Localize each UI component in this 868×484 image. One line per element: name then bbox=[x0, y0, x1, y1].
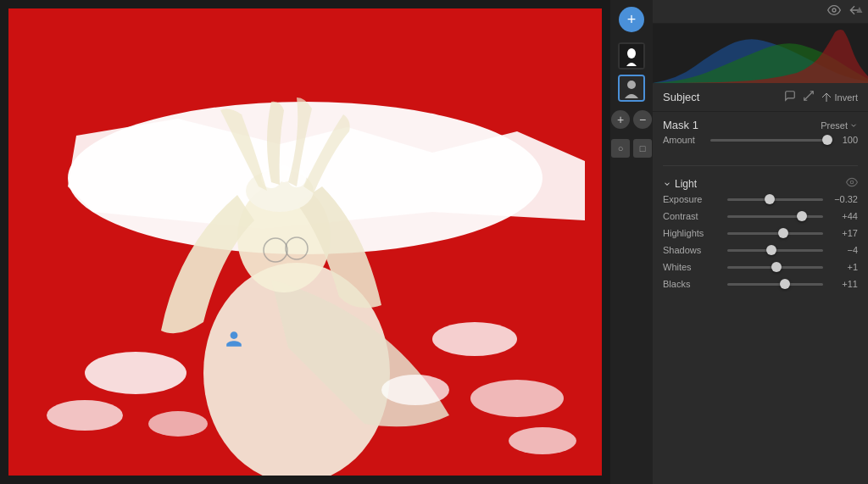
subject-bar: Subject Invert bbox=[653, 83, 868, 112]
mask-header: Mask 1 Preset bbox=[653, 112, 868, 135]
contrast-slider[interactable] bbox=[727, 215, 823, 218]
svg-point-11 bbox=[381, 375, 449, 405]
svg-point-24 bbox=[850, 181, 854, 184]
highlights-label: Highlights bbox=[663, 228, 722, 238]
svg-point-13 bbox=[47, 400, 123, 431]
shadows-label: Shadows bbox=[663, 245, 722, 255]
blacks-value: +11 bbox=[828, 279, 858, 289]
panel-content: Mask 1 Preset Amount 100 bbox=[653, 112, 868, 484]
amount-value: 100 bbox=[832, 135, 858, 145]
eye-icon[interactable] bbox=[827, 3, 841, 19]
histogram bbox=[653, 24, 868, 83]
contrast-value: +44 bbox=[828, 211, 858, 221]
amount-slider[interactable] bbox=[710, 139, 827, 142]
contrast-row: Contrast +44 bbox=[663, 211, 858, 221]
preset-button[interactable]: Preset bbox=[821, 120, 858, 131]
person-marker bbox=[225, 330, 243, 353]
mask-add-subtract: + − bbox=[611, 110, 652, 129]
amount-label: Amount bbox=[663, 135, 705, 145]
light-section-header[interactable]: Light bbox=[653, 170, 868, 194]
exposure-label: Exposure bbox=[663, 194, 722, 204]
view-rect-btn[interactable]: □ bbox=[633, 139, 652, 158]
main-image bbox=[8, 8, 602, 476]
divider-1 bbox=[663, 165, 858, 166]
whites-value: +1 bbox=[828, 262, 858, 272]
mask-thumb-2[interactable] bbox=[618, 75, 645, 102]
scroll-icon: ▲ bbox=[854, 3, 865, 15]
left-strip: + + − ○ □ bbox=[610, 0, 653, 484]
svg-point-22 bbox=[832, 8, 836, 12]
exposure-row: Exposure −0.32 bbox=[663, 194, 858, 204]
svg-point-21 bbox=[627, 81, 636, 89]
mask-add-btn[interactable]: + bbox=[611, 110, 630, 129]
mask-title: Mask 1 bbox=[663, 119, 698, 131]
whites-slider[interactable] bbox=[727, 266, 823, 269]
right-panel: ▲ Subject bbox=[653, 0, 868, 484]
svg-point-19 bbox=[627, 48, 636, 58]
shadows-row: Shadows −4 bbox=[663, 245, 858, 255]
whites-label: Whites bbox=[663, 262, 722, 272]
toolbar: ▲ bbox=[653, 0, 868, 24]
mask-thumb-1[interactable] bbox=[618, 42, 645, 70]
svg-point-15 bbox=[509, 427, 576, 454]
mask-subtract-btn[interactable]: − bbox=[633, 110, 652, 129]
contrast-label: Contrast bbox=[663, 211, 722, 221]
blacks-slider[interactable] bbox=[727, 283, 823, 286]
exposure-value: −0.32 bbox=[828, 194, 858, 204]
shadows-slider[interactable] bbox=[727, 249, 823, 252]
image-panel bbox=[0, 0, 610, 484]
highlights-row: Highlights +17 bbox=[663, 228, 858, 238]
chat-icon[interactable] bbox=[784, 90, 796, 104]
subject-label: Subject bbox=[663, 91, 777, 103]
blacks-label: Blacks bbox=[663, 279, 722, 289]
view-circle-btn[interactable]: ○ bbox=[611, 139, 630, 158]
svg-point-14 bbox=[148, 411, 208, 437]
add-mask-button[interactable]: + bbox=[619, 7, 644, 32]
shadows-value: −4 bbox=[828, 245, 858, 255]
highlights-value: +17 bbox=[828, 228, 858, 238]
crop-icon[interactable] bbox=[803, 90, 815, 104]
svg-point-10 bbox=[432, 322, 517, 356]
svg-point-12 bbox=[470, 380, 564, 417]
highlights-slider[interactable] bbox=[727, 232, 823, 235]
amount-section: Amount 100 bbox=[653, 135, 868, 162]
invert-button[interactable]: Invert bbox=[821, 92, 858, 103]
light-visibility-icon[interactable] bbox=[846, 176, 858, 191]
amount-row: Amount 100 bbox=[663, 135, 858, 145]
svg-point-9 bbox=[85, 352, 186, 394]
light-sliders: Exposure −0.32 Contrast +44 Highligh bbox=[653, 194, 868, 303]
whites-row: Whites +1 bbox=[663, 262, 858, 272]
blacks-row: Blacks +11 bbox=[663, 279, 858, 289]
exposure-slider[interactable] bbox=[727, 198, 823, 201]
view-toggles: ○ □ bbox=[611, 139, 652, 158]
light-title: Light bbox=[663, 178, 697, 190]
image-svg bbox=[8, 8, 602, 476]
